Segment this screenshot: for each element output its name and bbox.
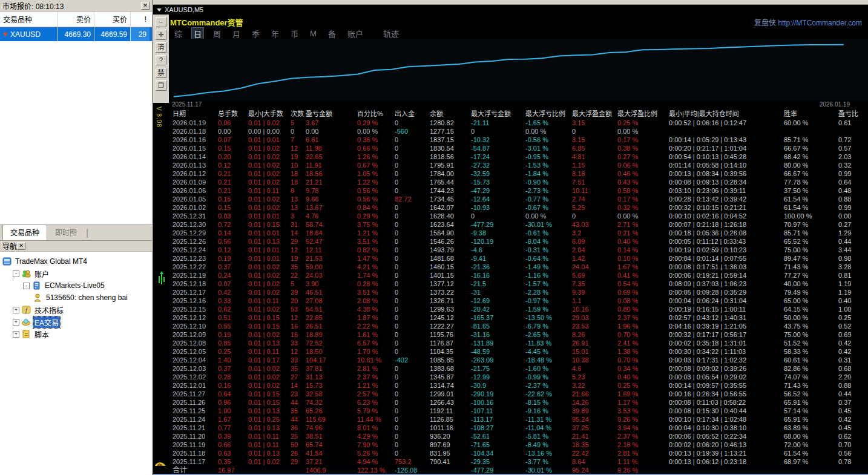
table-row[interactable]: 2025.12.010.160.01 | 0.021415.731.21 %01… [169,381,868,390]
toolbar-item-4[interactable]: 月 [231,28,242,39]
table-row[interactable]: 2025.11.190.660.01 | 0.115065.747.90 %08… [169,441,868,449]
header-pnl-pct[interactable]: 百分比% [357,109,395,119]
header-max-float-profit[interactable]: 最大浮盈金额 [572,109,617,119]
market-watch-row-xauusd[interactable]: XAUUSD 4669.30 4669.59 29 [0,27,152,41]
tree-item-1[interactable]: -账户 [0,267,152,280]
table-row[interactable]: 2025.12.120.510.01 | 0.151222.851.87 %01… [169,313,868,322]
table-row[interactable]: 2025.12.240.120.01 | 0.011212.110.82 %01… [169,246,868,254]
header-pl-ratio[interactable]: 盈亏比 [838,109,868,119]
table-row[interactable]: 2026.01.020.150.01 | 0.021313.670.84 %01… [169,203,868,212]
toolbar-item-9[interactable]: 备 [326,28,338,39]
price-down-arrow-icon [3,33,8,37]
column-bid[interactable]: 卖价 [58,11,94,27]
toolbar-item-6[interactable]: 年 [269,28,281,39]
table-row[interactable]: 2025.12.080.850.01 | 0.133372.526.57 %01… [169,339,868,347]
tree-item-6[interactable]: +脚本 [0,328,152,340]
table-row[interactable]: 2025.12.020.280.01 | 0.022731.132.37 %01… [169,373,868,381]
tab-tick-chart[interactable]: 即时图 [47,224,85,240]
table-row[interactable]: 2025.12.310.030.01 | 0.0134.760.29 %0162… [169,212,868,220]
table-row[interactable]: 2026.01.120.210.01 | 0.021818.561.05 %01… [169,169,868,178]
chart-titlebar[interactable]: XAUUSD,M5 [153,5,868,15]
table-row[interactable]: 2025.12.260.560.01 | 0.132952.473.51 %01… [169,237,868,246]
header-count[interactable]: 次数 [291,109,306,119]
table-row[interactable]: 2026.01.190.060.01 | 0.0253.670.29 %0128… [169,119,868,127]
header-max-float-loss-pct[interactable]: 最大浮亏比例 [525,109,572,119]
table-row[interactable]: 2026.01.150.150.01 | 0.021211.980.66 %01… [169,144,868,152]
table-row[interactable]: 2025.12.090.190.01 | 0.021618.891.61 %01… [169,330,868,339]
tree-item-2[interactable]: -ECMarkets-Live05 [0,280,152,292]
header-inout[interactable]: 出入金 [395,109,430,119]
table-row[interactable]: 2025.11.260.960.01 | 0.154474.326.23 %01… [169,398,868,407]
table-row[interactable]: 2025.11.200.390.01 | 0.112538.514.29 %09… [169,432,868,441]
table-row[interactable]: 2026.01.180.000.00 | 0.0000.000.00 %-560… [169,127,868,136]
toolbar-item-3[interactable]: 周 [211,28,223,39]
clear-icon[interactable]: 清 [156,42,166,53]
column-symbol[interactable]: 交易品种 [0,14,58,24]
expand-icon[interactable]: + [13,307,19,313]
tree-item-5[interactable]: +EA交易 [0,316,152,328]
table-row[interactable]: 2026.01.140.200.01 | 0.021922.651.26 %01… [169,152,868,161]
table-row[interactable]: 2025.11.180.630.01 | 0.132641.545.26 %08… [169,449,868,457]
equity-curve-chart[interactable] [169,39,868,100]
table-row[interactable]: 2025.12.050.250.01 | 0.111218.501.70 %01… [169,347,868,356]
table-row[interactable]: 2025.11.251.000.01 | 0.133565.265.79 %01… [169,407,868,415]
header-max-float-profit-pct[interactable]: 最大浮盈比例 [617,109,669,119]
mtcommander-link[interactable]: 复盘侠 http://MTCommander.com [754,17,862,27]
table-row[interactable]: 2026.01.050.150.01 | 0.02139.660.56 %82.… [169,195,868,203]
toolbar-item-1[interactable]: 综 [173,28,184,39]
table-row[interactable]: 2025.12.180.070.01 | 0.0253.900.28 %0137… [169,280,868,288]
market-watch-close-icon[interactable]: ✕ [141,2,150,10]
forbid-icon[interactable]: 禁 [156,68,166,78]
tab-symbols[interactable]: 交易品种 [2,224,47,240]
navigator-close-icon[interactable]: ✕ [17,242,25,250]
table-row[interactable]: 2025.12.160.330.01 | 0.112027.082.08 %01… [169,296,868,305]
table-row[interactable]: 2025.12.150.620.01 | 0.025354.514.38 %01… [169,305,868,313]
header-date[interactable]: 日期 [173,109,218,119]
table-row[interactable]: 2025.11.170.350.01 | 0.022937.214.94 %75… [169,457,868,466]
table-row[interactable]: 2025.12.230.190.01 | 0.011921.531.47 %01… [169,254,868,263]
table-row[interactable]: 2026.01.160.070.01 | 0.0176.610.36 %0183… [169,136,868,144]
windows-icon[interactable]: ❐ [156,80,166,91]
table-row[interactable]: 2025.12.290.140.01 | 0.011418.641.21 %01… [169,229,868,237]
table-row[interactable]: 2025.12.190.240.01 | 0.022224.031.74 %01… [169,271,868,280]
collapse-icon[interactable]: - [23,283,30,289]
header-balance[interactable]: 余额 [430,109,471,119]
header-max-float-loss[interactable]: 最大浮亏金额 [471,109,525,119]
table-row[interactable]: 2025.11.241.670.01 | 0.2544115.6911.44 %… [169,415,868,424]
expand-icon[interactable]: + [13,319,19,326]
table-row[interactable]: 2025.12.100.550.01 | 0.151626.512.22 %01… [169,322,868,330]
cell-count: 5 [291,119,306,127]
tree-item-3[interactable]: 5135650: chen sheng bai [0,292,152,304]
minimize-icon[interactable]: − [156,17,166,27]
header-lots[interactable]: 总手数 [218,109,248,119]
table-row[interactable]: 2025.12.030.370.01 | 0.023537.812.81 %01… [169,364,868,373]
cell-pl-ratio: 0.27 [838,220,868,229]
table-row[interactable]: 2026.01.060.210.01 | 0.1189.780.56 %0174… [169,186,868,195]
table-row[interactable]: 2025.12.170.420.01 | 0.023946.513.51 %01… [169,288,868,296]
help-icon[interactable]: ? [156,55,166,65]
collapse-icon[interactable]: - [13,270,19,277]
table-row[interactable]: 2025.11.270.640.01 | 0.152332.582.57 %01… [169,390,868,398]
tree-item-4[interactable]: +f技术指标 [0,304,152,316]
header-minmax-lots[interactable]: 最小|大手数 [248,109,291,119]
header-win-rate[interactable]: 胜率 [784,109,838,119]
table-row[interactable]: 2026.01.090.210.01 | 0.021821.211.22 %01… [169,178,868,186]
toolbar-item-8[interactable]: M [308,29,318,38]
header-pnl[interactable]: 盈亏金额 [306,109,357,119]
header-hold-time[interactable]: 最小|平均|最大持仓时间 [669,109,784,119]
toolbar-item-11[interactable]: 轨迹 [381,28,401,39]
table-row[interactable]: 2026.01.130.120.01 | 0.021011.910.67 %01… [169,161,868,169]
table-row[interactable]: 2025.12.041.400.01 | 0.1733104.1710.61 %… [169,356,868,364]
table-row[interactable]: 2025.11.210.770.01 | 0.133674.968.01 %01… [169,424,868,432]
tree-item-0[interactable]: TradeMax Global MT4 [0,255,152,267]
column-ask[interactable]: 买价 [94,11,130,27]
table-row[interactable]: 2025.12.300.720.01 | 0.153158.743.75 %01… [169,220,868,229]
toolbar-item-10[interactable]: 账户 [346,28,365,39]
toolbar-item-5[interactable]: 季 [250,28,261,39]
table-row[interactable]: 2025.12.220.370.01 | 0.023559.004.21 %01… [169,263,868,271]
toolbar-item-7[interactable]: 币 [289,28,300,39]
column-spread[interactable]: ! [130,11,150,27]
expand-icon[interactable]: + [13,331,19,338]
move-icon[interactable]: ✛ [156,30,166,40]
toolbar-item-2[interactable]: 日 [192,28,203,39]
